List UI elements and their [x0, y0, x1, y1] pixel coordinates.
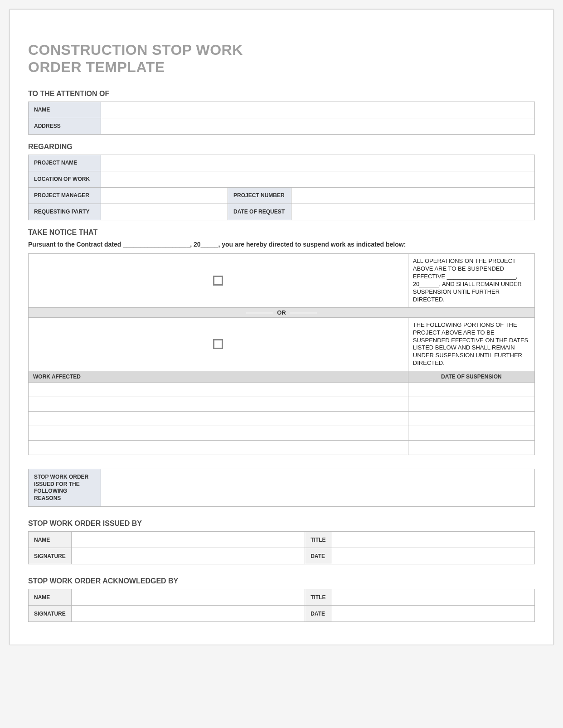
- ack-title-value[interactable]: [332, 589, 535, 606]
- issued-date-value[interactable]: [332, 548, 535, 564]
- date-row[interactable]: [408, 441, 534, 455]
- issued-signature-label: SIGNATURE: [29, 548, 72, 564]
- attention-address-label: ADDRESS: [29, 118, 101, 134]
- reasons-table: STOP WORK ORDER ISSUED FOR THE FOLLOWING…: [28, 469, 535, 507]
- ack-name-value[interactable]: [71, 589, 305, 606]
- issued-signature-value[interactable]: [71, 548, 305, 564]
- date-row[interactable]: [408, 383, 534, 397]
- work-affected-header: WORK AFFECTED: [29, 371, 408, 383]
- date-request-label: DATE OF REQUEST: [228, 204, 291, 220]
- option2-checkbox-cell[interactable]: [29, 317, 408, 371]
- project-number-label: PROJECT NUMBER: [228, 187, 291, 204]
- attention-address-value[interactable]: [101, 118, 535, 134]
- project-name-label: PROJECT NAME: [29, 155, 101, 171]
- notice-intro-text: Pursuant to the Contract dated _________…: [28, 240, 535, 249]
- requesting-party-label: REQUESTING PARTY: [29, 204, 101, 220]
- ack-date-value[interactable]: [332, 606, 535, 622]
- issued-name-label: NAME: [29, 532, 72, 548]
- manager-label: PROJECT MANAGER: [29, 187, 101, 204]
- issued-name-value[interactable]: [71, 532, 305, 548]
- attention-heading: TO THE ATTENTION OF: [28, 90, 535, 98]
- date-suspension-header: DATE OF SUSPENSION: [408, 371, 534, 383]
- ack-date-label: DATE: [305, 606, 332, 622]
- issued-by-table: NAME TITLE SIGNATURE DATE: [28, 531, 535, 564]
- date-row[interactable]: [408, 412, 534, 426]
- title-line-2: ORDER TEMPLATE: [28, 59, 165, 75]
- ack-signature-label: SIGNATURE: [29, 606, 72, 622]
- work-row[interactable]: [29, 383, 408, 397]
- work-row[interactable]: [29, 412, 408, 426]
- acknowledged-by-heading: STOP WORK ORDER ACKNOWLEDGED BY: [28, 577, 535, 585]
- work-row[interactable]: [29, 441, 408, 455]
- attention-name-label: NAME: [29, 102, 101, 118]
- project-name-value[interactable]: [101, 155, 535, 171]
- ack-title-label: TITLE: [305, 589, 332, 606]
- work-row[interactable]: [29, 397, 408, 412]
- location-value[interactable]: [101, 171, 535, 187]
- attention-name-value[interactable]: [101, 102, 535, 118]
- project-number-value[interactable]: [291, 187, 535, 204]
- date-row[interactable]: [408, 426, 534, 441]
- acknowledged-by-table: NAME TITLE SIGNATURE DATE: [28, 589, 535, 622]
- regarding-heading: REGARDING: [28, 143, 535, 151]
- document-page: CONSTRUCTION STOP WORK ORDER TEMPLATE TO…: [10, 9, 553, 645]
- date-row[interactable]: [408, 397, 534, 412]
- checkbox-icon: [213, 339, 223, 349]
- or-divider: OR: [29, 307, 535, 317]
- manager-value[interactable]: [101, 187, 228, 204]
- option2-text: THE FOLLOWING PORTIONS OF THE PROJECT AB…: [408, 317, 534, 371]
- issued-by-heading: STOP WORK ORDER ISSUED BY: [28, 519, 535, 528]
- issued-title-value[interactable]: [332, 532, 535, 548]
- title-line-1: CONSTRUCTION STOP WORK: [28, 42, 243, 58]
- notice-table: ALL OPERATIONS ON THE PROJECT ABOVE ARE …: [28, 253, 535, 455]
- notice-heading: TAKE NOTICE THAT: [28, 228, 535, 237]
- reasons-label: STOP WORK ORDER ISSUED FOR THE FOLLOWING…: [29, 469, 101, 507]
- ack-name-label: NAME: [29, 589, 72, 606]
- requesting-party-value[interactable]: [101, 204, 228, 220]
- option1-text: ALL OPERATIONS ON THE PROJECT ABOVE ARE …: [408, 254, 534, 307]
- attention-table: NAME ADDRESS: [28, 102, 535, 135]
- or-text: OR: [277, 309, 286, 316]
- regarding-table: PROJECT NAME LOCATION OF WORK PROJECT MA…: [28, 155, 535, 220]
- location-label: LOCATION OF WORK: [29, 171, 101, 187]
- option1-checkbox-cell[interactable]: [29, 254, 408, 307]
- date-request-value[interactable]: [291, 204, 535, 220]
- checkbox-icon: [213, 276, 223, 286]
- reasons-value[interactable]: [101, 469, 535, 507]
- ack-signature-value[interactable]: [71, 606, 305, 622]
- work-row[interactable]: [29, 426, 408, 441]
- document-title: CONSTRUCTION STOP WORK ORDER TEMPLATE: [28, 41, 535, 76]
- issued-title-label: TITLE: [305, 532, 332, 548]
- issued-date-label: DATE: [305, 548, 332, 564]
